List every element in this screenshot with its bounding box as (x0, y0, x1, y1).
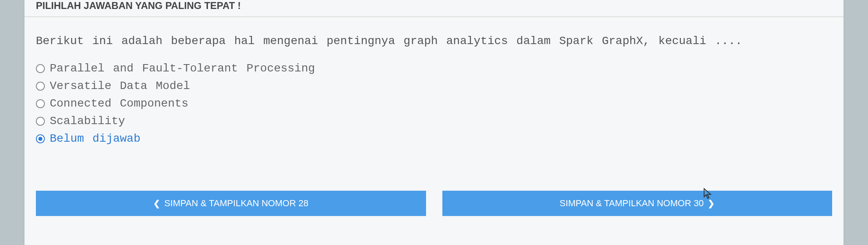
option-label: Scalability (50, 115, 125, 127)
radio-icon (36, 82, 45, 91)
radio-icon (36, 99, 45, 108)
prev-button-label: SIMPAN & TAMPILKAN NOMOR 28 (164, 198, 308, 209)
chevron-right-icon: ❯ (708, 198, 715, 208)
option-item-3[interactable]: Scalability (36, 115, 832, 127)
option-item-0[interactable]: Parallel and Fault-Tolerant Processing (36, 62, 832, 75)
next-button-label: SIMPAN & TAMPILKAN NOMOR 30 (560, 198, 704, 209)
option-item-4[interactable]: Belum dijawab (36, 132, 832, 145)
next-button[interactable]: SIMPAN & TAMPILKAN NOMOR 30 ❯ (442, 191, 833, 216)
nav-buttons: ❮ SIMPAN & TAMPILKAN NOMOR 28 SIMPAN & T… (24, 191, 844, 221)
option-label: Parallel and Fault-Tolerant Processing (50, 62, 315, 75)
option-item-2[interactable]: Connected Components (36, 97, 832, 110)
chevron-left-icon: ❮ (153, 198, 160, 208)
radio-icon (36, 117, 45, 126)
option-item-1[interactable]: Versatile Data Model (36, 80, 832, 92)
options-list: Parallel and Fault-Tolerant Processing V… (24, 62, 844, 166)
instruction-header: PILIHLAH JAWABAN YANG PALING TEPAT ! (24, 0, 844, 17)
option-label: Connected Components (50, 97, 188, 110)
quiz-container: PILIHLAH JAWABAN YANG PALING TEPAT ! Ber… (24, 0, 844, 245)
option-label: Belum dijawab (50, 132, 140, 145)
radio-icon (36, 134, 45, 143)
question-text: Berikut ini adalah beberapa hal mengenai… (24, 29, 844, 62)
prev-button[interactable]: ❮ SIMPAN & TAMPILKAN NOMOR 28 (36, 191, 426, 216)
option-label: Versatile Data Model (50, 80, 190, 92)
radio-icon (36, 64, 45, 73)
